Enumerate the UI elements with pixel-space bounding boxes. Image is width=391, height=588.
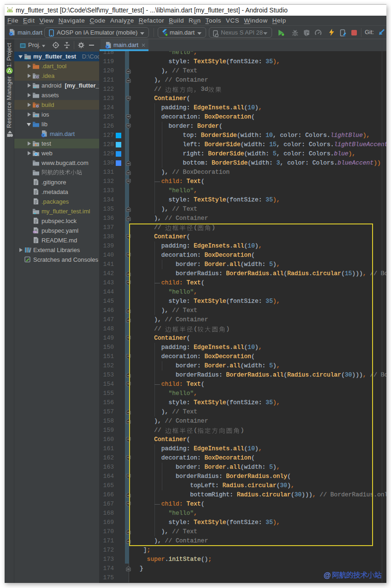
- svg-text:YML: YML: [33, 231, 37, 233]
